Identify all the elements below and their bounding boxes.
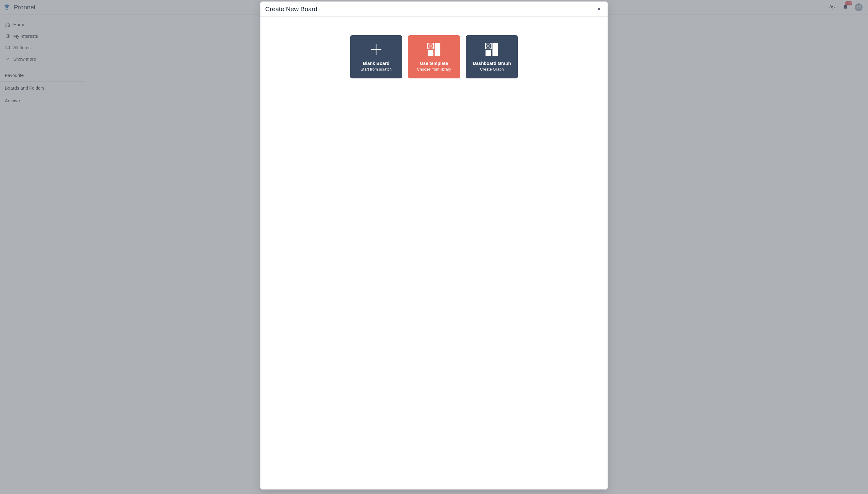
option-title: Use template xyxy=(420,61,448,66)
dashboard-grid-icon xyxy=(485,42,499,56)
option-use-template[interactable]: Use template Choose from library xyxy=(408,35,460,78)
option-title: Blank Board xyxy=(363,61,389,66)
modal-body: Blank Board Start from scratch Use templ… xyxy=(260,17,608,490)
close-icon xyxy=(597,7,601,12)
modal-header: Create New Board xyxy=(260,1,608,17)
svg-rect-6 xyxy=(435,43,440,56)
option-dashboard-graph[interactable]: Dashboard Graph Create Graph xyxy=(466,35,518,78)
create-board-modal: Create New Board Blank Board xyxy=(260,1,608,490)
svg-rect-9 xyxy=(492,43,498,56)
option-title: Dashboard Graph xyxy=(473,61,511,66)
svg-rect-7 xyxy=(428,50,433,56)
option-blank-board[interactable]: Blank Board Start from scratch xyxy=(350,35,402,78)
modal-title: Create New Board xyxy=(265,5,317,13)
option-subtitle: Create Graph xyxy=(480,67,504,72)
plus-large-icon xyxy=(369,42,383,56)
template-grid-icon xyxy=(427,42,441,56)
modal-close-button[interactable] xyxy=(595,5,603,13)
board-option-row: Blank Board Start from scratch Use templ… xyxy=(350,35,518,78)
modal-overlay: Create New Board Blank Board xyxy=(0,0,868,494)
svg-rect-10 xyxy=(486,50,491,56)
option-subtitle: Choose from library xyxy=(417,67,451,72)
option-subtitle: Start from scratch xyxy=(361,67,392,72)
